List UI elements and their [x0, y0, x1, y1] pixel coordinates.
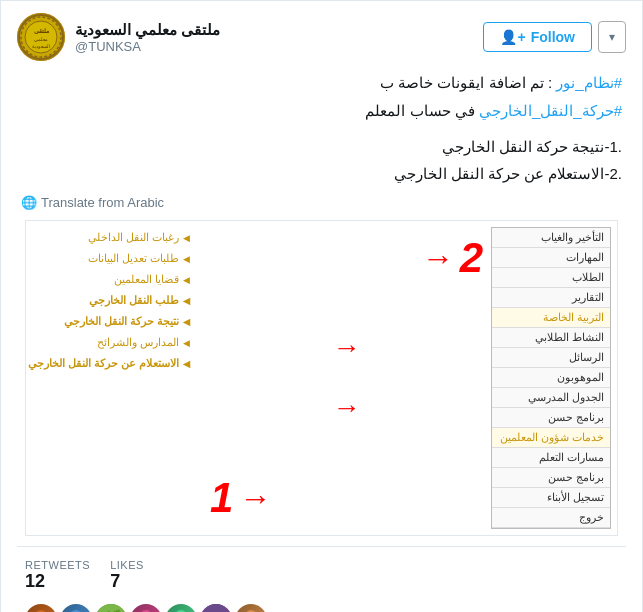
translate-link[interactable]: 🌐 Translate from Arabic	[17, 195, 626, 210]
menu-right-item-4[interactable]: نتيجة حركة النقل الخارجي	[32, 311, 192, 332]
arrow-icon-1: →	[333, 332, 361, 364]
follow-label: Follow	[531, 29, 575, 45]
tweet-line-2: #حركة_النقل_الخارجي في حساب المعلم	[21, 99, 622, 123]
retweets-value: 12	[25, 571, 90, 592]
menu-right-item-5[interactable]: المدارس والشرائح	[32, 332, 192, 353]
annotation-2: → 2	[422, 237, 483, 279]
arrow-right-1: →	[239, 480, 271, 517]
avatar-row: 🌿 ⚔	[17, 600, 626, 612]
menu-right-item-6[interactable]: الاستعلام عن حركة النقل الخارجي	[32, 353, 192, 374]
number-2: 2	[460, 237, 483, 279]
stats-row: RETWEETS 12 LIKES 7	[17, 555, 626, 600]
retweeter-avatar-7[interactable]	[235, 604, 267, 612]
retweets-label: RETWEETS	[25, 559, 90, 571]
numbered-items: .1-نتيجة حركة النقل الخارجي .2-الاستعلام…	[17, 133, 626, 187]
follow-button[interactable]: 👤+ Follow	[483, 22, 592, 52]
menu-left-item-13[interactable]: تسجيل الأبناء	[492, 488, 610, 508]
tweet-line1-mid: : تم اضافة ايقونات خاصة ب	[380, 74, 552, 91]
tweet-user: ملتقى معلمي السعودية ملتقى معلمي السعودي…	[17, 13, 220, 61]
menu-right-item-0[interactable]: رغبات النقل الداخلي	[32, 227, 192, 248]
menu-right-item-1[interactable]: طلبات تعديل البيانات	[32, 248, 192, 269]
arrow-icon-2: →	[333, 392, 361, 424]
menu-left: التأخير والغياب المهارات الطلاب التقارير…	[491, 227, 611, 529]
retweeter-avatar-1[interactable]	[25, 604, 57, 612]
chevron-down-icon: ▾	[609, 30, 615, 44]
svg-text:معلمي: معلمي	[34, 36, 48, 42]
tweet-line-1: #نظام_نور : تم اضافة ايقونات خاصة ب	[21, 71, 622, 95]
menu-left-item-7[interactable]: الموهوبون	[492, 368, 610, 388]
menu-left-item-8[interactable]: الجدول المدرسي	[492, 388, 610, 408]
retweeter-avatar-4[interactable]	[130, 604, 162, 612]
avatar: ملتقى معلمي السعودية	[17, 13, 65, 61]
item-2: .2-الاستعلام عن حركة النقل الخارجي	[21, 160, 622, 187]
user-info: ملتقى معلمي السعودية @TUNKSA	[75, 21, 220, 54]
tweet-footer: RETWEETS 12 LIKES 7 🌿	[17, 546, 626, 612]
svg-rect-16	[200, 604, 232, 612]
menu-left-item-4[interactable]: التربية الخاصة	[492, 308, 610, 328]
tweet-container: ملتقى معلمي السعودية ملتقى معلمي السعودي…	[1, 1, 642, 612]
svg-text:ملتقى: ملتقى	[34, 28, 49, 34]
tweet-body: #نظام_نور : تم اضافة ايقونات خاصة ب #حرك…	[17, 71, 626, 123]
retweets-stat: RETWEETS 12	[25, 559, 90, 592]
display-name: ملتقى معلمي السعودية	[75, 21, 220, 39]
arrow-right-2: →	[422, 240, 454, 277]
menu-right: رغبات النقل الداخلي طلبات تعديل البيانات…	[32, 227, 192, 529]
follow-btn-area: 👤+ Follow ▾	[483, 21, 626, 53]
chevron-button[interactable]: ▾	[598, 21, 626, 53]
menu-left-item-14[interactable]: خروج	[492, 508, 610, 528]
menu-left-item-1[interactable]: المهارات	[492, 248, 610, 268]
menu-left-item-10[interactable]: خدمات شؤون المعلمين	[492, 428, 610, 448]
menu-left-item-0[interactable]: التأخير والغياب	[492, 228, 610, 248]
menu-left-item-9[interactable]: برنامج حسن	[492, 408, 610, 428]
menu-left-item-12[interactable]: برنامج حسن	[492, 468, 610, 488]
retweeter-avatar-6[interactable]: ⚔	[200, 604, 232, 612]
item-1: .1-نتيجة حركة النقل الخارجي	[21, 133, 622, 160]
retweeter-avatar-3[interactable]: 🌿	[95, 604, 127, 612]
screenshot-area: رغبات النقل الداخلي طلبات تعديل البيانات…	[25, 220, 618, 536]
tweet-line2-suffix: في حساب المعلم	[365, 102, 474, 119]
svg-text:السعودية: السعودية	[32, 43, 50, 50]
menu-left-item-11[interactable]: مسارات التعلم	[492, 448, 610, 468]
likes-label: LIKES	[110, 559, 144, 571]
follow-icon: 👤+	[500, 29, 525, 45]
hashtag-nour: #نظام_نور	[556, 74, 622, 91]
number-1: 1	[210, 477, 233, 519]
menu-left-item-5[interactable]: النشاط الطلابي	[492, 328, 610, 348]
hashtag-naql: #حركة_النقل_الخارجي	[479, 102, 622, 119]
username: @TUNKSA	[75, 39, 220, 54]
menu-left-item-6[interactable]: الرسائل	[492, 348, 610, 368]
translate-label: Translate from Arabic	[41, 195, 164, 210]
globe-icon: 🌐	[21, 195, 37, 210]
likes-value: 7	[110, 571, 144, 592]
menu-left-item-2[interactable]: الطلاب	[492, 268, 610, 288]
likes-stat: LIKES 7	[110, 559, 144, 592]
menu-right-item-2[interactable]: قضايا المعلمين	[32, 269, 192, 290]
tweet-header: ملتقى معلمي السعودية ملتقى معلمي السعودي…	[17, 13, 626, 61]
menu-left-item-3[interactable]: التقارير	[492, 288, 610, 308]
annotation-1: 1 →	[210, 477, 271, 519]
retweeter-avatar-5[interactable]	[165, 604, 197, 612]
menu-right-item-3[interactable]: طلب النقل الخارجي	[32, 290, 192, 311]
retweeter-avatar-2[interactable]	[60, 604, 92, 612]
